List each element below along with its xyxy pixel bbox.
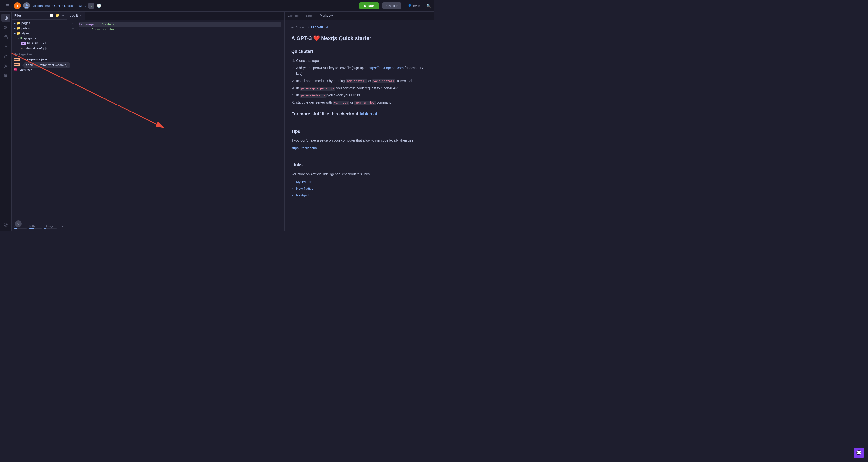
markdown-quickstart-h2: QuickStart (291, 48, 427, 55)
svg-marker-9 (5, 45, 7, 48)
code-string-2: "npm run dev" (92, 27, 116, 32)
folder-public[interactable]: ▶ 📁 public (11, 26, 67, 31)
file-tailwind-config[interactable]: ⚙ tailwind.config.js (11, 46, 67, 51)
header-left: ☰ Mindgames1 / GPT-3-Nextjs-Tailwin... (3, 1, 356, 10)
code-npm-run-dev: npm run dev (354, 101, 376, 105)
ram-bar: RAM (29, 225, 41, 229)
tab-replit-close[interactable]: ✕ (79, 14, 82, 18)
code-string-1: "nodejs" (101, 22, 116, 27)
tab-replit-label: .replit (70, 14, 78, 18)
cpu-track (14, 228, 27, 229)
code-keyword-2: run (79, 27, 84, 32)
code-yarn-dev: yarn dev (333, 101, 349, 105)
sidebar-icon-checkmark[interactable] (1, 220, 10, 229)
file-readme[interactable]: MD README.md (11, 41, 67, 46)
nextgrid-link[interactable]: Nextgrid (296, 193, 309, 197)
new-file-icon[interactable]: 📄 (50, 13, 54, 18)
file-gitignore[interactable]: GIT .gitignore (11, 36, 67, 41)
markdown-preview: 👁 Preview of README.md A GPT-3 ❤️ Nextjs… (284, 20, 434, 231)
sidebar-icon-git[interactable] (1, 23, 10, 32)
markdown-more-h2: For more stuff like this checkout lablab… (291, 110, 427, 118)
newnative-link[interactable]: New Native (296, 187, 313, 191)
list-item-2: Add your OpenAI API key to .env file (si… (296, 65, 427, 77)
preview-of-text: Preview of (296, 25, 309, 30)
invite-button[interactable]: 👤 Invite (405, 2, 423, 9)
files-title: Files (14, 14, 22, 18)
folder-pages[interactable]: ▶ 📁 pages (11, 21, 67, 26)
main-layout: Secrets (Environment variables) Files 📄 … (0, 11, 434, 231)
preview-file-link[interactable]: README.md (311, 25, 328, 30)
svg-rect-4 (4, 16, 6, 19)
run-button[interactable]: ▶ Run (359, 2, 379, 9)
list-item-twitter: My Twitter. (296, 179, 427, 185)
list-item-1: Clone this repo (296, 58, 427, 64)
code-editor[interactable]: language = "nodejs" run = "npm run dev" (76, 20, 284, 231)
collapse-resources-button[interactable]: ▲ (61, 225, 64, 229)
sidebar-icon-packages[interactable] (1, 33, 10, 41)
tab-shell[interactable]: Shell (303, 11, 317, 20)
tab-console-label: Console (288, 14, 300, 18)
resource-bars: CPU RAM Storage (14, 225, 64, 229)
list-item-5: In pages/index.js you tweak your UI/UX (296, 93, 427, 98)
markdown-links-h2: Links (291, 161, 427, 169)
project-link[interactable]: GPT-3-Nextjs-Tailwin... (54, 4, 86, 7)
sidebar-icon-files[interactable] (1, 13, 10, 22)
code-line-1: language = "nodejs" (79, 22, 281, 27)
code-openai-js: pages/api/openai.js (300, 87, 336, 91)
file-package-lock[interactable]: NPM package-lock.json (11, 57, 67, 62)
twitter-link[interactable]: My Twitter. (296, 180, 312, 184)
sidebar-icons (0, 11, 11, 231)
sidebar-icon-database[interactable] (1, 71, 10, 80)
header-right: ↑ Publish 👤 Invite 🔍 (382, 2, 431, 9)
help-button[interactable]: ? (15, 220, 22, 227)
svg-point-5 (4, 26, 5, 27)
svg-rect-3 (89, 4, 93, 8)
markdown-tips-h2: Tips (291, 128, 427, 135)
header: ☰ Mindgames1 / GPT-3-Nextjs-Tailwin... (0, 0, 434, 11)
more-options-icon[interactable]: ⋯ (61, 13, 64, 18)
sidebar-icon-secrets[interactable] (1, 52, 10, 61)
tab-markdown-label: Markdown (320, 14, 335, 18)
search-button[interactable]: 🔍 (426, 3, 431, 8)
markdown-h1: A GPT-3 ❤️ Nextjs Quick starter (291, 34, 427, 43)
sidebar-icon-settings[interactable] (1, 62, 10, 70)
file-tree: ▶ 📁 pages ▶ 📁 public ▶ 📁 styles (11, 20, 67, 223)
sidebar-icon-deploy[interactable] (1, 42, 10, 51)
file-package-json[interactable]: NPM package.json (11, 62, 67, 67)
publish-button[interactable]: ↑ Publish (382, 2, 402, 9)
code-line-2: run = "npm run dev" (79, 27, 281, 32)
code-index-js: pages/index.js (300, 94, 327, 98)
history-icon[interactable]: 🕐 (97, 3, 101, 8)
code-yarn-install: yarn install (372, 79, 395, 83)
svg-point-2 (25, 7, 28, 8)
replit-verified-icon (88, 3, 94, 9)
svg-point-14 (4, 223, 7, 226)
editor-content: 1 2 language = "nodejs" run = "npm run d… (67, 20, 284, 231)
user-avatar[interactable] (23, 2, 30, 9)
tab-markdown[interactable]: Markdown (317, 11, 338, 20)
new-folder-icon[interactable]: 📁 (55, 13, 59, 18)
username-link[interactable]: Mindgames1 (32, 4, 50, 7)
ram-fill (29, 228, 34, 229)
file-yarn-lock[interactable]: 🧶 yarn.lock (11, 67, 67, 72)
list-item-3: Install node_modules by running npm inst… (296, 78, 427, 84)
replit-link[interactable]: https://replit.com/ (291, 146, 317, 150)
replit-logo[interactable] (14, 2, 21, 9)
folder-styles[interactable]: ▶ 📁 styles (11, 31, 67, 36)
editor-tabs: .replit ✕ (67, 11, 284, 20)
hamburger-menu-button[interactable]: ☰ (3, 1, 11, 10)
code-npm-install: npm install (346, 79, 367, 83)
svg-point-1 (26, 4, 28, 6)
storage-bar: Storage (44, 225, 57, 229)
tab-replit[interactable]: .replit ✕ (67, 11, 85, 20)
svg-rect-8 (4, 37, 7, 39)
preview-label: 👁 Preview of README.md (291, 25, 427, 30)
openai-link[interactable]: https://beta.openai.com (369, 66, 404, 70)
lablab-link[interactable]: lablab.ai (360, 111, 377, 117)
markdown-divider-2 (291, 156, 427, 157)
tab-console[interactable]: Console (284, 11, 303, 20)
tab-shell-label: Shell (306, 14, 313, 18)
file-panel-actions: 📄 📁 ⋯ (50, 13, 64, 18)
svg-point-12 (5, 66, 6, 67)
list-item-newnative: New Native (296, 186, 427, 192)
